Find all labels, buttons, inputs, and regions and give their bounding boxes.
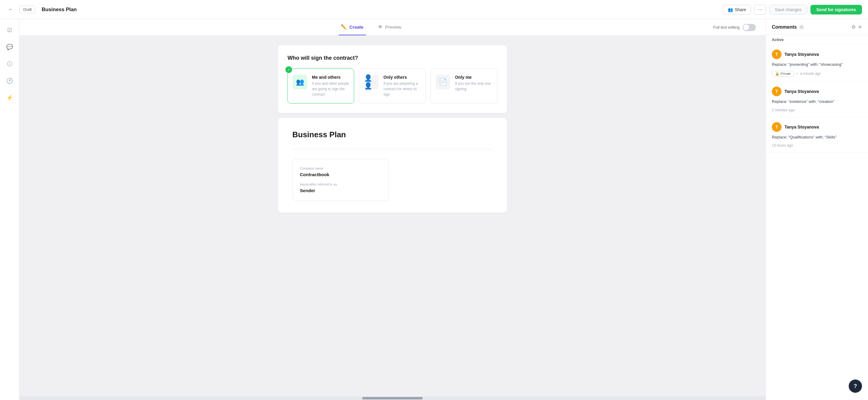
document-wrapper: Who will sign the contract? ✓ 👥 Me and o…: [278, 36, 507, 237]
private-badge-1[interactable]: 🔒 Private: [772, 71, 794, 77]
toggle-knob: [743, 24, 749, 30]
draft-badge[interactable]: Draft: [19, 6, 36, 13]
referred-as-value: Sender: [300, 188, 381, 193]
only-me-label: Only me: [455, 75, 492, 80]
share-button[interactable]: 👥 Share: [723, 5, 751, 15]
only-me-desc: If you are the only one signing: [455, 81, 492, 92]
me-and-others-icon: 👥: [293, 75, 307, 89]
me-and-others-desc: If you and other people are going to sig…: [312, 81, 349, 97]
selected-check-badge: ✓: [285, 66, 292, 73]
sidebar-bolt-icon[interactable]: ⚡: [4, 92, 16, 104]
horizontal-scrollbar[interactable]: [19, 396, 766, 400]
only-others-desc: If you are preparing a contract for othe…: [383, 81, 421, 97]
time-1: a minute ago: [800, 72, 821, 76]
comments-header: Comments i ⚙ ✕: [766, 19, 868, 35]
comment-text-2: Replace: “existence” with: “creation”: [772, 98, 862, 105]
comments-filter-button[interactable]: ⚙: [851, 24, 856, 30]
send-signatures-button[interactable]: Send for signatures: [810, 5, 862, 15]
save-changes-button[interactable]: Save changes: [769, 5, 807, 15]
preview-tab-label: Preview: [385, 24, 401, 30]
left-sidebar: ☑ 💬 ⓘ 🕐 ⚡: [0, 19, 19, 400]
avatar-1: T: [772, 50, 781, 59]
comment-item-1: T Tanya Stoyanova Replace: “presenting” …: [766, 45, 868, 82]
comments-info-icon[interactable]: i: [799, 25, 804, 30]
tabs-bar: ✏️ Create 👁 Preview Full text editing: [19, 19, 766, 36]
share-people-icon: 👥: [728, 7, 733, 12]
lock-icon-1: 🔒: [775, 72, 779, 76]
main-wrapper: ☑ 💬 ⓘ 🕐 ⚡ ✏️ Create 👁 Preview Full text …: [0, 19, 868, 400]
sidebar-check-icon[interactable]: ☑: [4, 24, 16, 36]
me-and-others-label: Me and others: [312, 75, 349, 80]
sidebar-info-icon[interactable]: ⓘ: [4, 58, 16, 70]
me-and-others-text: Me and others If you and other people ar…: [312, 75, 349, 97]
app-header: ← Draft Business Plan 👥 Share ··· Save c…: [0, 0, 868, 19]
create-tab-label: Create: [349, 24, 364, 30]
comment-item-3: T Tanya Stoyanova Replace: “Qualificatio…: [766, 117, 868, 153]
sidebar-chat-icon[interactable]: 💬: [4, 41, 16, 53]
full-text-label: Full text editing: [713, 25, 740, 30]
comment-text-3: Replace: “Qualifications” with: “Skills”: [772, 134, 862, 141]
signer-section-title: Who will sign the contract?: [287, 55, 497, 61]
document-section: Business Plan Company name Contractbook …: [278, 118, 507, 213]
company-name-label: Company name: [300, 167, 381, 170]
content-area: ✏️ Create 👁 Preview Full text editing Wh…: [19, 19, 766, 400]
author-name-1: Tanya Stoyanova: [784, 52, 819, 57]
comment-text-1: Replace: “presenting” with: “showcasing”: [772, 61, 862, 68]
comment-author-2: T Tanya Stoyanova: [772, 87, 862, 96]
only-others-text: Only others If you are preparing a contr…: [383, 75, 421, 97]
comments-actions: ⚙ ✕: [851, 24, 862, 30]
tabs-inner: ✏️ Create 👁 Preview: [29, 19, 713, 35]
comment-author-1: T Tanya Stoyanova: [772, 50, 862, 59]
pencil-icon: ✏️: [341, 24, 347, 30]
scrollbar-thumb[interactable]: [362, 397, 423, 399]
full-text-toggle-container: Full text editing: [713, 24, 756, 31]
signer-section: Who will sign the contract? ✓ 👥 Me and o…: [278, 45, 507, 113]
time-3: 15 hours ago: [772, 143, 793, 147]
back-button[interactable]: ←: [6, 5, 16, 15]
eye-icon: 👁: [378, 24, 383, 30]
full-text-toggle-switch[interactable]: [743, 24, 756, 31]
only-others-label: Only others: [383, 75, 421, 80]
signer-option-only-others[interactable]: 👤👤 Only others If you are preparing a co…: [359, 68, 426, 104]
section-separator: [292, 149, 493, 149]
comment-item-2: T Tanya Stoyanova Replace: “existence” w…: [766, 82, 868, 117]
signer-option-only-me[interactable]: 📄 Only me If you are the only one signin…: [431, 68, 497, 104]
avatar-2: T: [772, 87, 781, 96]
only-others-icon: 👤👤: [364, 75, 378, 89]
comment-author-3: T Tanya Stoyanova: [772, 122, 862, 132]
header-left: ← Draft Business Plan: [6, 5, 76, 15]
only-me-text: Only me If you are the only one signing: [455, 75, 492, 92]
comment-meta-3: 15 hours ago: [772, 143, 862, 147]
signer-options: ✓ 👥 Me and others If you and other peopl…: [287, 68, 497, 104]
document-title-h1: Business Plan: [292, 130, 493, 139]
tab-create[interactable]: ✏️ Create: [338, 19, 366, 35]
comments-panel: Comments i ⚙ ✕ Active T Tanya Stoyanova …: [766, 19, 868, 400]
avatar-3: T: [772, 122, 781, 132]
comment-meta-1: 🔒 Private • a minute ago: [772, 71, 862, 77]
comment-meta-2: 2 minutes ago: [772, 108, 862, 112]
tab-preview[interactable]: 👁 Preview: [375, 20, 404, 35]
referred-as-label: Hereinafter referred to as: [300, 182, 381, 186]
comments-close-button[interactable]: ✕: [858, 24, 862, 30]
dot-1: •: [797, 72, 798, 76]
help-button[interactable]: ?: [849, 379, 862, 393]
header-right: 👥 Share ··· Save changes Send for signat…: [723, 4, 862, 15]
more-options-button[interactable]: ···: [754, 4, 766, 15]
time-2: 2 minutes ago: [772, 108, 795, 112]
company-name-value: Contractbook: [300, 172, 381, 177]
only-me-icon: 📄: [436, 75, 450, 89]
company-form-card: Company name Contractbook Hereinafter re…: [292, 159, 389, 201]
comments-title: Comments: [772, 24, 797, 30]
private-label-1: Private: [781, 72, 791, 76]
signer-option-me-and-others[interactable]: ✓ 👥 Me and others If you and other peopl…: [287, 68, 354, 104]
share-label: Share: [735, 7, 746, 12]
author-name-3: Tanya Stoyanova: [784, 124, 819, 130]
author-name-2: Tanya Stoyanova: [784, 89, 819, 94]
sidebar-history-icon[interactable]: 🕐: [4, 75, 16, 87]
document-title: Business Plan: [41, 7, 76, 13]
active-label: Active: [766, 35, 868, 45]
